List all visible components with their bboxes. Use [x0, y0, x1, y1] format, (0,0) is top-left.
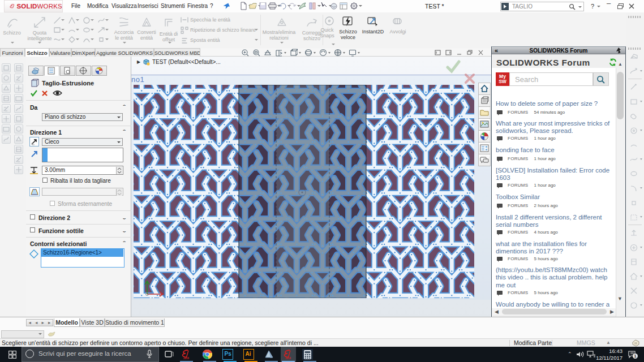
svg-text:2016: 2016	[183, 357, 190, 360]
svg-text:2016: 2016	[285, 357, 291, 360]
